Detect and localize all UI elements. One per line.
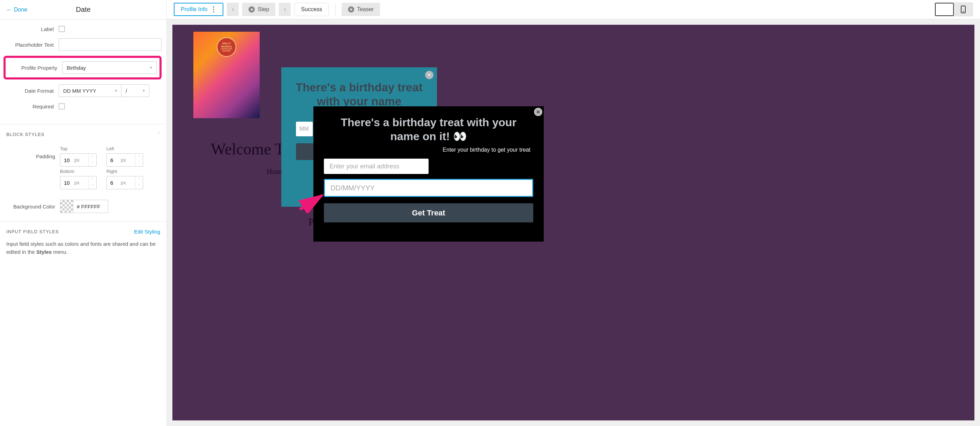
step-divider-chevron: › bbox=[227, 3, 239, 16]
step-profile-info[interactable]: Profile Info bbox=[174, 3, 223, 16]
profile-property-label: Profile Property bbox=[8, 65, 57, 71]
padding-label: Padding bbox=[6, 154, 55, 159]
step-teaser[interactable]: + Teaser bbox=[342, 3, 380, 16]
profile-property-value: Birthday bbox=[67, 65, 86, 71]
popup-heading: There's a birthday treat with your name bbox=[281, 67, 437, 108]
block-styles-toggle[interactable]: BLOCK STYLES ˄ bbox=[0, 124, 167, 144]
popup-black: ✕ There's a birthday treat with your nam… bbox=[313, 106, 544, 242]
padding-right-input[interactable]: px ˄˅ bbox=[107, 176, 143, 189]
step-label: Profile Info bbox=[181, 6, 207, 13]
background-color-label: Background Color bbox=[6, 204, 55, 209]
close-icon[interactable]: ✕ bbox=[425, 71, 433, 79]
label-field-label: Label bbox=[5, 26, 54, 32]
edit-styling-link[interactable]: Edit Styling bbox=[134, 229, 160, 234]
padding-left-input[interactable]: px ˄˅ bbox=[107, 154, 143, 166]
popup-field-partial[interactable]: MM bbox=[296, 122, 313, 136]
label-checkbox[interactable] bbox=[59, 26, 65, 32]
block-styles-title: BLOCK STYLES bbox=[6, 132, 45, 137]
birthday-date-input[interactable] bbox=[324, 179, 533, 197]
settings-sidebar: ← Done Date Label Placeholder Text Profi… bbox=[0, 0, 167, 426]
date-format-label: Date Format bbox=[5, 88, 54, 94]
site-heading: Welcome To bbox=[211, 140, 291, 158]
stepper-up-icon[interactable]: ˄ bbox=[89, 154, 96, 160]
desktop-icon bbox=[935, 3, 954, 16]
placeholder-label: Placeholder Text bbox=[5, 42, 54, 48]
stepper-up-icon[interactable]: ˄ bbox=[135, 176, 143, 183]
unit-label: px bbox=[121, 157, 135, 163]
preview-site: WILLY WONKA CHOCOLATE FACTORY Welcome To… bbox=[172, 25, 974, 420]
padding-top-input[interactable]: px ˄˅ bbox=[60, 154, 97, 166]
padding-bottom-label: Bottom bbox=[60, 169, 97, 174]
profile-property-select[interactable]: Birthday ▾ bbox=[62, 61, 157, 74]
step-add-step[interactable]: + Step bbox=[242, 3, 275, 16]
date-format-select[interactable]: DD MM YYYY ▾ bbox=[59, 84, 121, 97]
date-separator-value: / bbox=[126, 88, 127, 94]
step-label: Success bbox=[301, 6, 322, 13]
panel-title: Date bbox=[6, 6, 160, 14]
color-value-input[interactable]: # FFFFFF bbox=[73, 200, 108, 213]
step-label: Teaser bbox=[357, 6, 374, 13]
placeholder-input[interactable] bbox=[59, 38, 162, 51]
plus-circle-icon: + bbox=[348, 6, 354, 13]
padding-top-value[interactable] bbox=[60, 157, 74, 163]
site-logo-poster: WILLY WONKA CHOCOLATE FACTORY bbox=[193, 32, 260, 118]
plus-circle-icon: + bbox=[248, 6, 255, 13]
input-field-styles-description: Input field styles such as colors and fo… bbox=[6, 240, 160, 256]
color-swatch[interactable] bbox=[60, 200, 73, 213]
stepper-down-icon[interactable]: ˅ bbox=[135, 183, 143, 189]
divider bbox=[335, 3, 336, 15]
popup-heading: There's a birthday treat with your name … bbox=[313, 106, 544, 146]
padding-bottom-value[interactable] bbox=[60, 180, 74, 186]
close-icon[interactable]: ✕ bbox=[534, 108, 542, 116]
padding-right-label: Right bbox=[107, 169, 143, 174]
poster-badge: WILLY WONKA CHOCOLATE FACTORY bbox=[217, 37, 236, 57]
unit-label: px bbox=[74, 180, 89, 185]
padding-bottom-input[interactable]: px ˄˅ bbox=[60, 176, 97, 189]
step-label: Step bbox=[258, 6, 269, 13]
padding-top-label: Top bbox=[60, 146, 97, 151]
stepper-down-icon[interactable]: ˅ bbox=[135, 160, 143, 166]
padding-left-label: Left bbox=[107, 146, 143, 151]
stepper-up-icon[interactable]: ˄ bbox=[89, 176, 96, 183]
step-bar: Profile Info › + Step › Success + Teaser bbox=[167, 0, 980, 19]
stepper-down-icon[interactable]: ˅ bbox=[89, 160, 96, 166]
stepper-up-icon[interactable]: ˄ bbox=[135, 154, 143, 160]
chevron-down-icon: ▾ bbox=[115, 88, 117, 93]
mobile-icon bbox=[961, 6, 966, 13]
date-separator-select[interactable]: / ▾ bbox=[121, 84, 150, 97]
chevron-down-icon: ▾ bbox=[143, 88, 145, 93]
profile-property-highlight: Profile Property Birthday ▾ bbox=[3, 56, 162, 79]
chevron-down-icon: ▾ bbox=[150, 65, 152, 70]
popup-subhead: Enter your birthday to get your treat bbox=[313, 146, 544, 157]
email-input[interactable] bbox=[324, 158, 429, 174]
required-label: Required bbox=[5, 103, 54, 109]
date-format-value: DD MM YYYY bbox=[63, 88, 96, 94]
kebab-icon[interactable] bbox=[211, 6, 216, 13]
padding-right-value[interactable] bbox=[107, 180, 121, 186]
popup-button-partial[interactable] bbox=[296, 143, 315, 160]
unit-label: px bbox=[74, 157, 89, 163]
step-success[interactable]: Success bbox=[294, 3, 328, 16]
get-treat-button[interactable]: Get Treat bbox=[324, 203, 533, 222]
input-field-styles-title: INPUT FIELD STYLES bbox=[6, 229, 59, 234]
stepper-down-icon[interactable]: ˅ bbox=[89, 183, 96, 189]
chevron-up-icon: ˄ bbox=[158, 131, 160, 137]
device-desktop[interactable] bbox=[935, 3, 954, 16]
padding-left-value[interactable] bbox=[107, 157, 121, 163]
sidebar-header: ← Done Date bbox=[0, 0, 167, 19]
required-checkbox[interactable] bbox=[59, 103, 65, 109]
step-divider-chevron: › bbox=[279, 3, 291, 16]
device-mobile[interactable] bbox=[954, 3, 973, 16]
unit-label: px bbox=[121, 180, 135, 185]
